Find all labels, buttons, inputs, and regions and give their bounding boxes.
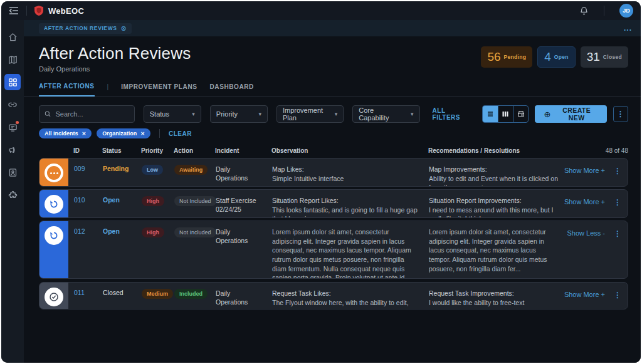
table-row[interactable]: 011 Closed Medium Included Daily Operati…: [39, 282, 628, 309]
pending-ellipsis-icon: [45, 164, 63, 182]
row-action: Not Included: [169, 221, 210, 279]
chip-divider: [159, 129, 160, 138]
column-view-button[interactable]: [498, 106, 513, 122]
row-recommendations: Situation Report Improvements: I need to…: [423, 190, 562, 218]
row-kebab-icon[interactable]: ⋮: [614, 198, 621, 207]
view-toggle-group: [482, 105, 529, 123]
create-new-button[interactable]: ⊕ CREATE NEW: [535, 105, 606, 123]
row-recommendations: Lorem ipsum dolor sit amet, consectetur …: [423, 221, 562, 279]
chevron-down-icon: ▾: [258, 111, 261, 117]
left-sidebar: [1, 20, 24, 363]
priority-dropdown[interactable]: Priority▾: [210, 105, 268, 123]
row-count-label: 48 of 48: [563, 147, 628, 154]
sidebar-item-contacts[interactable]: [4, 164, 21, 180]
sidebar-item-links[interactable]: [4, 96, 21, 113]
row-recommendations: Map Improvements: Ability to edit and Ev…: [423, 159, 562, 187]
chevron-down-icon: ▾: [335, 111, 338, 117]
topbar-divider: [604, 6, 604, 16]
open-count-badge: 4 Open: [537, 46, 576, 68]
user-avatar[interactable]: JD: [619, 4, 633, 18]
close-icon[interactable]: ⊗: [121, 25, 127, 32]
app-window: WebEOC JD: [1, 1, 641, 363]
remove-chip-icon[interactable]: ✕: [82, 131, 87, 137]
calendar-view-button[interactable]: [513, 106, 528, 122]
table-row[interactable]: 012 Open High Not Included Daily Operati…: [39, 221, 628, 279]
col-status[interactable]: Status: [97, 147, 135, 154]
sidebar-item-maps[interactable]: [4, 51, 21, 68]
col-incident[interactable]: Incident: [209, 147, 266, 154]
row-id-link[interactable]: 010: [68, 190, 97, 218]
status-summary-badges: 56 Pending 4 Open 31 Closed: [481, 46, 628, 68]
sidebar-collapse-icon[interactable]: [9, 6, 19, 15]
toolbar-kebab-button[interactable]: ⋮: [613, 106, 628, 122]
row-status-strip: [39, 221, 68, 279]
col-priority[interactable]: Priority: [135, 147, 168, 154]
workspace-tab-after-action-reviews[interactable]: AFTER ACTION REVIEWS ⊗: [39, 23, 132, 34]
search-input[interactable]: [55, 110, 129, 118]
row-action: Not Included: [169, 190, 210, 218]
tab-after-actions[interactable]: AFTER ACTIONS: [39, 83, 95, 96]
tab-separator: |: [107, 83, 109, 96]
col-recommendations[interactable]: Recomendations / Resolutions: [423, 147, 563, 154]
chip-organization[interactable]: Organization ✕: [97, 128, 150, 138]
improvement-plan-dropdown[interactable]: Improvement Plan▾: [276, 105, 344, 123]
show-more-link[interactable]: Show More +: [564, 167, 605, 174]
chip-all-incidents[interactable]: All Incidents ✕: [39, 128, 92, 138]
open-refresh-icon: [45, 195, 63, 214]
sidebar-item-home[interactable]: [4, 29, 21, 45]
row-kebab-icon[interactable]: ⋮: [614, 167, 621, 175]
row-status-strip: [39, 159, 68, 187]
chevron-down-icon: ▾: [192, 111, 195, 117]
remove-chip-icon[interactable]: ✕: [140, 131, 145, 137]
show-less-link[interactable]: Show Less -: [567, 229, 605, 237]
active-filter-chips: All Incidents ✕ Organization ✕ CLEAR: [24, 123, 641, 138]
search-box[interactable]: [39, 105, 135, 123]
row-kebab-icon[interactable]: ⋮: [614, 291, 621, 299]
row-status-strip: [39, 283, 68, 309]
row-incident: Daily Operations: [210, 221, 266, 279]
row-id-link[interactable]: 012: [68, 221, 97, 279]
col-action[interactable]: Action: [168, 147, 209, 154]
show-more-link[interactable]: Show More +: [564, 291, 605, 298]
list-view-button[interactable]: [483, 106, 498, 122]
page-title: After Action Reviews: [39, 44, 191, 63]
status-dropdown[interactable]: Status▾: [144, 105, 201, 123]
sidebar-item-announcements[interactable]: [4, 142, 21, 158]
row-kebab-icon[interactable]: ⋮: [614, 229, 621, 238]
row-status: Pending: [97, 159, 136, 187]
row-observation: Request Task Likes: The Flyout window he…: [266, 283, 423, 309]
sidebar-item-plugins[interactable]: [4, 187, 21, 203]
page-subtitle: Daily Operations: [39, 65, 191, 73]
table-header: ID Status Priority Action Incident Obser…: [24, 138, 641, 158]
tab-dashboard[interactable]: DASHBOARD: [209, 83, 253, 96]
col-observation[interactable]: Observation: [266, 147, 423, 154]
column-view-icon: [502, 110, 509, 118]
notifications-bell-icon[interactable]: [579, 6, 589, 16]
pending-count-badge: 56 Pending: [481, 46, 532, 68]
sidebar-item-messages[interactable]: [4, 119, 21, 135]
row-incident: Daily Operations: [210, 159, 266, 187]
row-id-link[interactable]: 011: [68, 283, 97, 309]
all-filters-link[interactable]: ALL FILTERS: [433, 107, 473, 121]
plus-circle-icon: ⊕: [544, 110, 550, 119]
row-status: Open: [97, 221, 136, 279]
table-row[interactable]: 009 Pending Low Awaiting Daily Operation…: [39, 158, 628, 187]
row-priority: Low: [136, 159, 169, 187]
row-priority: Medium: [136, 283, 169, 309]
row-observation: Situation Report Likes: This looks fanta…: [266, 190, 423, 218]
tab-improvement-plans[interactable]: IMPROVEMENT PLANS: [121, 83, 197, 96]
col-id[interactable]: ID: [68, 147, 97, 154]
table-row[interactable]: 010 Open High Not Included Staff Exercis…: [39, 189, 628, 218]
core-capability-dropdown[interactable]: Core Capability▾: [352, 105, 419, 123]
tabstrip-overflow-icon[interactable]: ...: [624, 24, 632, 33]
list-view-icon: [487, 110, 494, 118]
row-incident: Daily Operations: [210, 283, 266, 309]
clear-filters-link[interactable]: CLEAR: [169, 130, 192, 137]
row-status: Closed: [97, 283, 136, 309]
sidebar-item-boards[interactable]: [4, 74, 21, 90]
top-bar: WebEOC JD: [1, 1, 641, 20]
show-more-link[interactable]: Show More +: [564, 198, 605, 205]
row-id-link[interactable]: 009: [68, 159, 97, 187]
row-observation: Map Likes: Simple Intuitive interface: [266, 159, 423, 187]
topbar-divider: [26, 6, 27, 16]
